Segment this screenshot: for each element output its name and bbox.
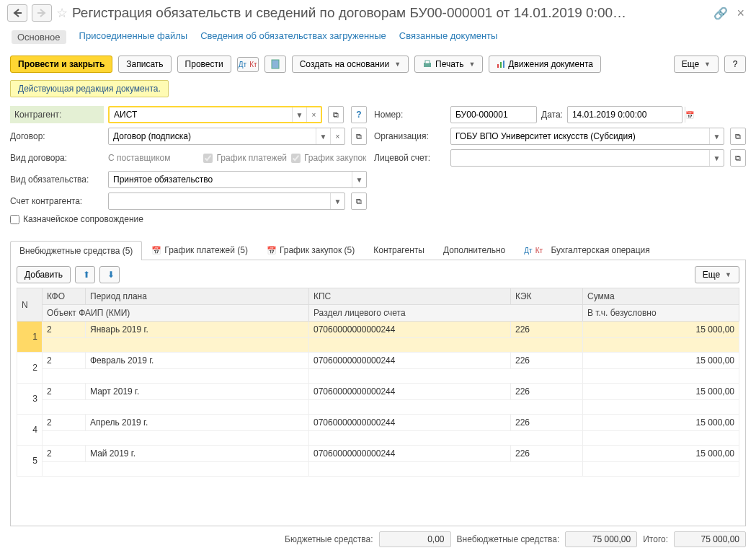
payment-schedule-checkbox: График платежей [203,153,287,163]
col-period[interactable]: Период плана [86,288,309,305]
counterparty-input[interactable] [110,108,292,121]
budget-value: 0,00 [379,531,451,547]
dropdown-icon[interactable]: ▼ [316,128,330,144]
obligation-type-input[interactable] [109,173,352,186]
contract-input[interactable] [109,130,316,143]
dropdown-icon[interactable]: ▼ [352,172,366,187]
svg-rect-2 [272,60,279,68]
data-table: N КФО Период плана КПС КЭК Сумма Объект … [17,288,739,477]
treasury-support-checkbox[interactable]: Казначейское сопровождение [10,214,143,224]
dropdown-icon[interactable]: ▼ [709,128,724,144]
link-icon[interactable]: 🔗 [713,6,728,20]
contract-label: Договор: [10,131,104,141]
clear-icon[interactable]: × [330,128,344,144]
account-label: Лицевой счет: [374,153,446,163]
more-button[interactable]: Еще▼ [674,56,719,73]
table-row-sub[interactable] [17,431,739,446]
table-row-sub[interactable] [17,400,739,415]
purchase-schedule-checkbox: График закупок [291,153,366,163]
table-more-button[interactable]: Еще▼ [695,266,739,283]
col-section[interactable]: Раздел лицевого счета [309,305,583,322]
create-basis-button[interactable]: Создать на основании▼ [292,56,409,73]
open-external-icon[interactable]: ⧉ [328,106,344,123]
col-faip[interactable]: Объект ФАИП (КМИ) [43,305,309,322]
contract-type-label: Вид договора: [10,153,104,163]
account-input[interactable] [451,151,709,164]
calendar-icon[interactable]: 📅 [685,107,694,123]
budget-label: Бюджетные средства: [285,534,373,544]
tab-files[interactable]: Присоединенные файлы [79,30,188,44]
table-row-sub[interactable] [17,338,739,353]
number-label: Номер: [374,110,446,120]
org-input[interactable] [451,130,709,143]
contract-type-value: С поставщиком [108,153,170,163]
svg-rect-5 [497,64,499,68]
write-button[interactable]: Записать [118,56,171,73]
dtkt-button[interactable]: ДтКт [237,57,259,72]
tab-main[interactable]: Основное [12,30,66,44]
total-label: Итого: [643,534,668,544]
col-kps[interactable]: КПС [309,288,511,305]
col-uncond[interactable]: В т.ч. безусловно [583,305,739,322]
post-close-button[interactable]: Провести и закрыть [10,56,112,73]
post-button[interactable]: Провести [177,56,231,73]
svg-rect-7 [503,61,504,68]
forward-button[interactable] [32,4,52,22]
total-value: 75 000,00 [674,531,746,547]
clear-icon[interactable]: × [306,107,321,122]
dropdown-icon[interactable]: ▼ [292,107,306,122]
dropdown-icon[interactable]: ▼ [709,150,724,166]
obligation-type-label: Вид обязательства: [10,174,104,185]
col-n[interactable]: N [17,288,43,322]
favorite-star-icon[interactable]: ☆ [56,5,68,21]
dropdown-icon[interactable]: ▼ [330,193,344,209]
window-title: Регистрация обязательств и сведений по д… [72,5,709,21]
open-external-icon[interactable]: ⧉ [730,149,746,167]
notice-banner: Действующая редакция документа. [10,80,169,97]
col-sum[interactable]: Сумма [583,288,739,305]
tab-counterparties[interactable]: Контрагенты [364,240,434,260]
table-row[interactable]: 5 2Май 2019 г.0706000000000024422615 000… [17,446,739,462]
org-label: Организация: [374,131,446,141]
move-down-button[interactable]: ⬇ [99,266,120,283]
table-row[interactable]: 1 2Январь 2019 г.0706000000000024422615 … [17,322,739,338]
date-label: Дата: [541,110,563,120]
tab-offbudget[interactable]: Внебюджетные средства (5) [10,241,142,260]
col-kek[interactable]: КЭК [511,288,583,305]
tab-related[interactable]: Связанные документы [399,30,498,44]
back-button[interactable] [7,4,27,22]
close-button[interactable]: × [732,6,749,21]
table-row[interactable]: 4 2Апрель 2019 г.0706000000000024422615 … [17,415,739,431]
col-kfo[interactable]: КФО [43,288,86,305]
offbudget-label: Внебюджетные средства: [457,534,560,544]
offbudget-value: 75 000,00 [565,531,637,547]
table-row-sub[interactable] [17,369,739,384]
tab-loaded[interactable]: Сведения об обязательствах загруженные [200,30,386,44]
counterparty-label: Контрагент: [10,106,104,123]
move-up-button[interactable]: ⬆ [75,266,95,283]
document-icon-button[interactable] [264,56,286,73]
help-button[interactable]: ? [724,56,746,73]
svg-rect-4 [425,61,430,63]
open-external-icon[interactable]: ⧉ [351,128,367,145]
counterparty-account-input[interactable] [109,195,330,208]
counterparty-account-label: Счет контрагента: [10,196,104,206]
tab-accounting[interactable]: ДтКт Бухгалтерская операция [515,240,659,260]
tab-purchase-schedule[interactable]: 📅График закупок (5) [257,240,364,260]
tab-payment-schedule[interactable]: 📅График платежей (5) [142,240,257,260]
movements-button[interactable]: Движения документа [489,56,601,73]
table-row[interactable]: 2 2Февраль 2019 г.0706000000000024422615… [17,353,739,369]
svg-rect-6 [500,62,502,68]
date-input[interactable] [568,108,685,121]
table-row-sub[interactable] [17,462,739,477]
open-external-icon[interactable]: ⧉ [351,193,367,210]
open-external-icon[interactable]: ⧉ [730,128,746,145]
field-help-button[interactable]: ? [351,106,367,123]
add-row-button[interactable]: Добавить [17,266,71,283]
print-button[interactable]: Печать▼ [414,56,483,73]
tab-additional[interactable]: Дополнительно [434,240,515,260]
table-row[interactable]: 3 2Март 2019 г.0706000000000024422615 00… [17,384,739,400]
